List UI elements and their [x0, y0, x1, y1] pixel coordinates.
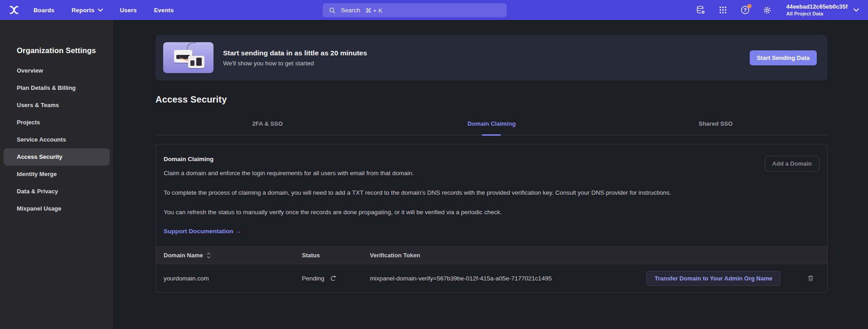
sidebar-item-plan-details-billing[interactable]: Plan Details & Billing	[4, 79, 110, 97]
support-documentation-link[interactable]: Support Documentation →	[164, 228, 241, 235]
apps-grid-icon[interactable]	[718, 5, 728, 15]
main-content: Start sending data in as little as 20 mi…	[155, 20, 828, 293]
search-icon	[329, 7, 336, 14]
domain-name-value: yourdomain.com	[164, 275, 209, 282]
project-name: All Project Data	[786, 11, 848, 16]
domain-claiming-description: Domain Claiming Claim a domain and enfor…	[156, 144, 827, 246]
column-header-domain-name: Domain Name	[164, 252, 302, 259]
nav-item-label: Reports	[72, 7, 95, 14]
panel-title: Domain Claiming	[164, 156, 820, 162]
banner-subtitle: We'll show you how to get started	[223, 60, 367, 67]
mixpanel-logo-icon	[8, 5, 20, 15]
banner-text: Start sending data in as little as 20 mi…	[223, 49, 367, 67]
start-sending-data-button[interactable]: Start Sending Data	[750, 50, 817, 65]
org-settings-sidebar: Organization Settings Overview Plan Deta…	[0, 20, 114, 329]
page-title: Access Security	[155, 94, 828, 105]
notification-badge	[747, 4, 752, 8]
chevron-down-icon	[853, 8, 859, 12]
nav-item-label: Boards	[34, 7, 54, 14]
sidebar-item-projects[interactable]: Projects	[4, 114, 110, 131]
tab-domain-claiming[interactable]: Domain Claiming	[379, 120, 603, 135]
sidebar-nav-list: Overview Plan Details & Billing Users & …	[0, 62, 113, 217]
description-paragraph: You can refresh the status to manually v…	[164, 207, 698, 217]
refresh-status-button[interactable]	[330, 275, 337, 282]
sidebar-item-service-accounts[interactable]: Service Accounts	[4, 131, 110, 148]
help-icon[interactable]: ?	[740, 5, 750, 15]
column-header-status: Status	[302, 252, 370, 259]
global-search-input[interactable]: Search ⌘ + K	[323, 3, 507, 17]
tab-2fa-sso[interactable]: 2FA & SSO	[155, 120, 379, 135]
column-header-label: Status	[302, 252, 320, 259]
transfer-domain-button[interactable]: Transfer Domain to Your Admin Org Name	[646, 271, 781, 286]
verification-token-value: mixpanel-domain-verify=567b39be-012f-415…	[370, 275, 552, 282]
sidebar-item-data-privacy[interactable]: Data & Privacy	[4, 183, 110, 200]
access-security-tabs: 2FA & SSO Domain Claiming Shared SSO	[155, 120, 828, 135]
top-navigation: Boards Reports Users Events Search ⌘ + K	[0, 0, 868, 20]
column-header-label: Verification Token	[370, 252, 420, 259]
description-paragraph: Claim a domain and enforce the login req…	[164, 168, 698, 178]
search-label: Search	[341, 7, 360, 14]
row-actions: Transfer Domain to Your Admin Org Name	[646, 271, 820, 286]
sidebar-item-users-teams[interactable]: Users & Teams	[4, 97, 110, 114]
nav-item-label: Users	[120, 7, 137, 14]
mixpanel-logo[interactable]	[8, 5, 20, 15]
domains-table-header: Domain Name Status Verification Token	[156, 246, 827, 264]
domain-table-row: yourdomain.com Pending mixpanel-domain-v…	[156, 264, 827, 292]
nav-item-events[interactable]: Events	[154, 7, 174, 14]
description-paragraph: To complete the process of claiming a do…	[164, 188, 698, 198]
sidebar-item-identity-merge[interactable]: Identity Merge	[4, 166, 110, 183]
column-header-verification-token: Verification Token	[370, 252, 820, 259]
sidebar-item-access-security[interactable]: Access Security	[4, 148, 110, 166]
trash-icon	[807, 274, 815, 282]
getting-started-banner: Start sending data in as little as 20 mi…	[155, 35, 828, 80]
sidebar-title: Organization Settings	[0, 46, 113, 55]
settings-gear-icon[interactable]	[762, 5, 772, 15]
status-value: Pending	[302, 275, 325, 282]
chevron-down-icon	[98, 9, 103, 12]
add-domain-button[interactable]: Add a Domain	[765, 156, 820, 172]
top-nav-right-cluster: ? 44eebad12c65eb0c35f All Project Data	[696, 4, 859, 16]
banner-title: Start sending data in as little as 20 mi…	[223, 49, 367, 57]
verification-token-cell: mixpanel-domain-verify=567b39be-012f-415…	[370, 275, 646, 282]
sort-icon[interactable]	[207, 252, 211, 259]
refresh-icon	[330, 275, 337, 282]
account-info: 44eebad12c65eb0c35f All Project Data	[786, 4, 848, 16]
account-switcher[interactable]: 44eebad12c65eb0c35f All Project Data	[786, 4, 859, 16]
delete-domain-button[interactable]	[807, 274, 815, 282]
org-id: 44eebad12c65eb0c35f	[786, 4, 848, 10]
sidebar-item-overview[interactable]: Overview	[4, 62, 110, 79]
column-header-label: Domain Name	[164, 252, 203, 259]
tab-shared-sso[interactable]: Shared SSO	[604, 120, 828, 135]
data-management-icon[interactable]	[696, 5, 706, 15]
nav-item-reports[interactable]: Reports	[72, 7, 103, 14]
primary-menu: Boards Reports Users Events	[34, 7, 174, 14]
tab-label: Domain Claiming	[467, 120, 515, 127]
svg-text:?: ?	[744, 7, 747, 13]
active-tab-indicator	[482, 134, 501, 136]
sidebar-item-mixpanel-usage[interactable]: Mixpanel Usage	[4, 200, 110, 217]
getting-started-illustration	[163, 42, 213, 73]
domain-name-cell: yourdomain.com	[164, 275, 302, 282]
search-shortcut: ⌘ + K	[365, 7, 383, 14]
domain-claiming-panel: Add a Domain Domain Claiming Claim a dom…	[155, 144, 828, 293]
nav-item-label: Events	[154, 7, 174, 14]
tab-label: 2FA & SSO	[252, 120, 282, 127]
tab-label: Shared SSO	[698, 120, 732, 127]
status-cell: Pending	[302, 275, 370, 282]
nav-item-users[interactable]: Users	[120, 7, 137, 14]
nav-item-boards[interactable]: Boards	[34, 7, 54, 14]
